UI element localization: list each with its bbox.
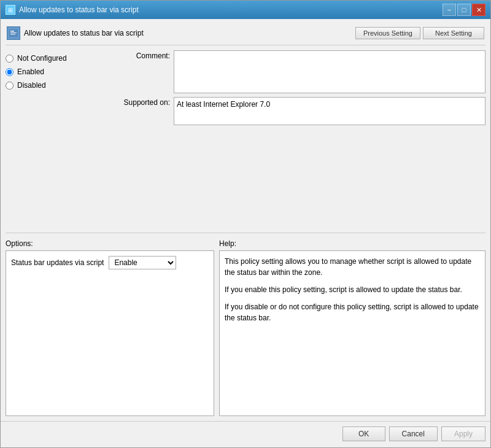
- radio-disabled-input[interactable]: [6, 82, 14, 90]
- help-paragraph-3: If you disable or do not configure this …: [225, 301, 480, 323]
- radio-enabled-input[interactable]: [6, 68, 14, 76]
- help-box: This policy setting allows you to manage…: [219, 250, 485, 417]
- radio-enabled[interactable]: Enabled: [6, 68, 116, 76]
- header-left: Allow updates to status bar via script: [7, 26, 144, 40]
- options-row-label: Status bar updates via script: [11, 258, 104, 267]
- ok-button[interactable]: OK: [342, 427, 385, 441]
- main-window: ⊞ Allow updates to status bar via script…: [0, 0, 491, 448]
- previous-setting-button[interactable]: Previous Setting: [355, 27, 420, 39]
- minimize-button[interactable]: −: [443, 4, 456, 16]
- comment-label: Comment:: [121, 50, 170, 60]
- app-icon: ⊞: [6, 5, 15, 15]
- options-help-row: Options: Status bar updates via script E…: [6, 239, 485, 417]
- comment-row: Comment:: [121, 50, 485, 93]
- window-title: Allow updates to status bar via script: [19, 6, 139, 14]
- header-row: Allow updates to status bar via script P…: [6, 24, 485, 45]
- options-box: Status bar updates via script Enable Dis…: [6, 250, 214, 417]
- help-paragraph-1: This policy setting allows you to manage…: [225, 256, 480, 278]
- supported-label: Supported on:: [121, 97, 170, 107]
- svg-rect-3: [10, 34, 15, 35]
- left-panel: Not Configured Enabled Disabled: [6, 49, 116, 226]
- supported-value: At least Internet Explorer 7.0: [177, 100, 270, 109]
- radio-disabled[interactable]: Disabled: [6, 81, 116, 90]
- help-paragraph-2: If you enable this policy setting, scrip…: [225, 284, 480, 295]
- policy-icon: [7, 26, 20, 40]
- right-panel: Comment: Supported on: At least Internet…: [116, 49, 485, 226]
- header-buttons: Previous Setting Next Setting: [355, 27, 484, 39]
- help-section: Help: This policy setting allows you to …: [214, 239, 485, 417]
- close-button[interactable]: ✕: [472, 4, 485, 16]
- cancel-button[interactable]: Cancel: [389, 427, 438, 441]
- radio-group: Not Configured Enabled Disabled: [6, 52, 116, 92]
- options-section: Options: Status bar updates via script E…: [6, 239, 214, 417]
- svg-rect-1: [10, 31, 14, 32]
- options-select[interactable]: Enable Disable: [109, 256, 176, 269]
- next-setting-button[interactable]: Next Setting: [423, 27, 484, 39]
- supported-value-box: At least Internet Explorer 7.0: [174, 97, 485, 125]
- radio-enabled-label: Enabled: [17, 68, 44, 76]
- content-area: Allow updates to status bar via script P…: [1, 19, 490, 421]
- radio-disabled-label: Disabled: [17, 81, 46, 90]
- supported-row: Supported on: At least Internet Explorer…: [121, 97, 485, 125]
- maximize-button[interactable]: □: [457, 4, 471, 16]
- radio-not-configured[interactable]: Not Configured: [6, 54, 116, 63]
- options-row: Status bar updates via script Enable Dis…: [11, 256, 176, 269]
- divider: [6, 233, 485, 233]
- main-content: Not Configured Enabled Disabled Comment:: [6, 49, 485, 226]
- title-bar-left: ⊞ Allow updates to status bar via script: [6, 5, 139, 15]
- comment-textarea[interactable]: [174, 50, 485, 93]
- header-title: Allow updates to status bar via script: [24, 29, 144, 37]
- help-header: Help:: [219, 239, 485, 248]
- title-bar: ⊞ Allow updates to status bar via script…: [1, 1, 490, 19]
- apply-button[interactable]: Apply: [441, 427, 485, 441]
- radio-not-configured-label: Not Configured: [17, 54, 67, 63]
- options-header: Options:: [6, 239, 214, 248]
- footer: OK Cancel Apply: [1, 421, 490, 447]
- radio-not-configured-input[interactable]: [6, 55, 14, 63]
- window-controls: − □ ✕: [443, 4, 485, 16]
- svg-rect-2: [10, 33, 17, 33]
